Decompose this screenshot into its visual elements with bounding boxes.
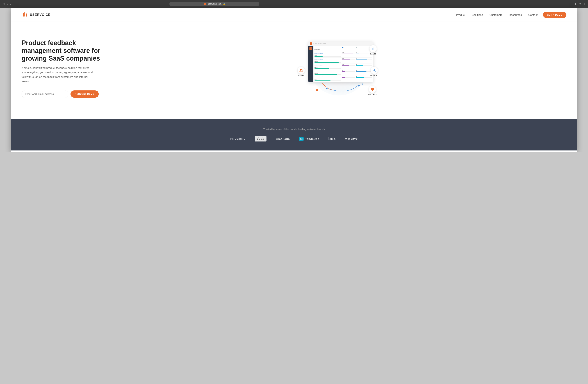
dash-dots [314,43,317,44]
dash-main: 👤 Users 🏢 Accounts $ Revenue [314,46,373,82]
success-icon-circle [369,86,376,93]
feature-name: Feature request A [315,53,341,54]
users-cell: 276 [342,64,355,66]
hero-content: Product feedback management software for… [21,39,104,98]
hero-visual: 1-100 of 2,306 👤 👤 Users [111,33,567,104]
new-tab-icon[interactable]: + [584,2,585,5]
get-demo-button[interactable]: GET A DEMO [543,12,567,18]
revenue-cell: $64K [315,79,341,81]
dash-header: 1-100 of 2,306 [308,41,373,46]
success-orbit-icon: SUCCESS [368,86,377,96]
download-icon[interactable]: ⬇ [574,2,576,5]
feature-name: Feature request E [315,76,341,78]
hero-form: REQUEST DEMO [21,90,104,98]
browser-back-icon[interactable]: ‹ [10,2,11,5]
browser-chrome: ⊡ ⌄ ‹ U uservoice.com 🔒 ⬇ ⬆ + [0,0,588,8]
hero-title: Product feedback management software for… [21,39,104,62]
users-cell: 282 [342,58,355,60]
revenue-cell: $6.4K [315,55,341,57]
dashboard-mockup: 1-100 of 2,306 👤 👤 Users [308,41,373,82]
dash-sidebar: 👤 [308,46,314,82]
svg-rect-2 [24,12,25,17]
svg-point-5 [316,89,318,91]
email-input[interactable] [21,90,68,98]
svg-rect-3 [26,14,27,17]
sidebar-toggle-icon[interactable]: ⊡ [3,2,5,5]
users-cell: 459 [342,52,355,54]
users-cell: 77 [342,76,355,78]
site-favicon: U [204,3,206,5]
sales-icon-circle [370,45,377,52]
accounts-cell: 64 [356,58,372,60]
col-feature [315,47,341,48]
address-bar[interactable]: U uservoice.com 🔒 [169,2,259,6]
success-label: SUCCESS [368,94,377,96]
users-orbit-icon: USERS [298,67,305,76]
users-label: USERS [298,75,304,76]
support-icon-circle [371,67,378,74]
feature-name: Feature request D [315,70,341,72]
brand-pandadoc: pd PandaDoc [299,137,319,141]
lock-icon: 🔒 [223,3,225,5]
url-text: uservoice.com [208,3,222,5]
navbar: USERVOICE Product Solutions Customers Re… [11,8,577,22]
hero-subtitle: A single, centralized product feedback s… [21,66,93,84]
dash-sidebar-icon-users: 👤 [310,47,312,50]
feature-name: Feature request C [315,64,341,66]
feature-name: Feature request B [315,59,341,60]
nav-contact[interactable]: Contact [528,13,538,16]
col-users: 👤 Users [342,47,355,48]
brands-row: PROCORE duda @mailgun pd PandaDoc box ∞ … [21,136,567,141]
table-row: Feature request C 276 35 [315,63,372,69]
table-row: Feature request D 81 60 [315,69,372,75]
brand-weave: ∞ weave [345,137,358,141]
dash-col-headers: 👤 Users 🏢 Accounts $ Revenue [315,47,372,51]
sales-orbit-icon: SALES [370,45,377,55]
nav-product[interactable]: Product [456,13,465,16]
table-row: Feature request B 282 64 [315,58,372,63]
browser-down-icon[interactable]: ⌄ [6,2,9,5]
dash-logo-small [310,42,312,45]
svg-rect-1 [23,13,24,17]
revenue-cell: $53.9K [315,67,341,69]
revenue-cell: $116K [315,73,341,75]
support-label: SUPPORT [370,75,378,76]
brand-procore: PROCORE [230,137,246,140]
nav-customers[interactable]: Customers [489,13,503,16]
page-wrapper: USERVOICE Product Solutions Customers Re… [11,8,577,152]
sales-label: SALES [370,53,376,55]
support-orbit-icon: SUPPORT [370,67,378,76]
trusted-section: Trusted by some of the world's leading s… [11,119,577,150]
brand-mailgun: @mailgun [275,137,290,141]
trusted-tagline: Trusted by some of the world's leading s… [21,128,567,131]
revenue-cell: $128K [315,61,341,63]
col-revenue: $ Revenue [315,49,341,50]
circle-diagram: 1-100 of 2,306 👤 👤 Users [298,34,380,103]
nav-resources[interactable]: Resources [509,13,522,16]
brand-duda: duda [255,136,267,141]
logo-icon [21,12,28,18]
table-row: Feature request A 459 6 [315,52,372,58]
users-icon-circle [298,67,305,74]
nav-links: Product Solutions Customers Resources Co… [456,13,537,16]
logo[interactable]: USERVOICE [21,12,51,18]
accounts-cell: 60 [356,70,372,72]
users-cell: 81 [342,70,355,72]
dash-title: 1-100 of 2,306 [318,43,326,44]
accounts-cell: 35 [356,64,372,66]
logo-text: USERVOICE [30,13,51,17]
accounts-cell: 42 [356,76,372,78]
table-row: Feature request E 77 42 [315,75,372,81]
dash-body: 👤 👤 Users 🏢 Accounts [308,46,373,82]
hero-section: Product feedback management software for… [11,22,577,119]
browser-controls: ⊡ ⌄ ‹ [3,2,11,5]
request-demo-button[interactable]: REQUEST DEMO [70,90,99,98]
brand-box: box [328,137,336,141]
browser-right-controls: ⬇ ⬆ + [574,2,585,5]
nav-solutions[interactable]: Solutions [472,13,483,16]
share-icon[interactable]: ⬆ [579,2,581,5]
